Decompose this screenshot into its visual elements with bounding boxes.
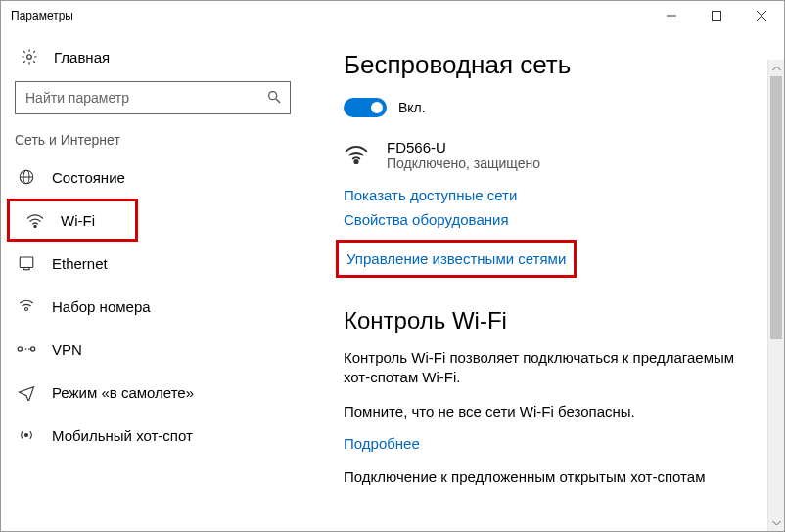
link-show-networks[interactable]: Показать доступные сети	[344, 187, 757, 203]
sidebar: Главная Найти параметр Сеть и Интернет С…	[1, 30, 304, 531]
sidebar-item-label: VPN	[52, 341, 82, 358]
hotspot-icon	[15, 426, 38, 444]
wifi-icon	[23, 212, 47, 228]
sidebar-item-airplane[interactable]: Режим «в самолете»	[1, 371, 304, 414]
svg-point-15	[31, 347, 35, 351]
window-controls	[649, 1, 784, 30]
search-icon	[266, 89, 282, 108]
sidebar-home[interactable]: Главная	[1, 42, 304, 77]
sidebar-item-hotspot[interactable]: Мобильный хот-спот	[1, 414, 304, 457]
sidebar-item-label: Режим «в самолете»	[52, 384, 194, 401]
wifi-toggle-label: Вкл.	[398, 100, 426, 115]
svg-rect-1	[713, 12, 721, 21]
svg-point-17	[25, 434, 28, 437]
minimize-button[interactable]	[649, 1, 694, 30]
link-hardware-props[interactable]: Свойства оборудования	[344, 211, 757, 228]
wifi-control-text-2: Помните, что не все сети Wi-Fi безопасны…	[344, 402, 757, 421]
titlebar: Параметры	[1, 1, 784, 30]
link-learn-more[interactable]: Подробнее	[344, 435, 757, 452]
maximize-button[interactable]	[694, 1, 739, 30]
network-status: Подключено, защищено	[387, 155, 540, 171]
sidebar-item-status[interactable]: Состояние	[1, 155, 304, 199]
sidebar-item-vpn[interactable]: VPN	[1, 328, 304, 371]
ethernet-icon	[15, 254, 38, 272]
sidebar-item-wifi[interactable]: Wi-Fi	[7, 199, 138, 242]
wifi-signal-icon	[344, 143, 373, 167]
current-network[interactable]: FD566-U Подключено, защищено	[344, 139, 757, 171]
sidebar-home-label: Главная	[54, 49, 110, 66]
link-manage-known-highlight: Управление известными сетями	[336, 240, 577, 278]
wifi-toggle[interactable]	[344, 98, 387, 117]
search-input[interactable]: Найти параметр	[15, 81, 291, 114]
scroll-down-button[interactable]	[768, 514, 784, 531]
link-manage-known[interactable]: Управление известными сетями	[346, 250, 566, 267]
svg-point-18	[354, 160, 357, 163]
main-pane: Беспроводная сеть Вкл. FD566-U Подключен…	[304, 30, 784, 531]
sidebar-item-ethernet[interactable]: Ethernet	[1, 242, 304, 285]
svg-point-13	[25, 308, 28, 311]
search-placeholder: Найти параметр	[25, 90, 129, 106]
svg-rect-11	[20, 257, 33, 268]
sidebar-item-label: Набор номера	[52, 298, 151, 315]
wifi-control-text-1: Контроль Wi-Fi позволяет подключаться к …	[344, 348, 757, 388]
scroll-thumb[interactable]	[770, 76, 782, 339]
sidebar-section-label: Сеть и Интернет	[1, 132, 304, 155]
vpn-icon	[15, 342, 38, 356]
close-button[interactable]	[739, 1, 784, 30]
scroll-track[interactable]	[768, 76, 784, 514]
dialup-icon	[15, 297, 38, 315]
gear-icon	[19, 48, 40, 66]
window-title: Параметры	[11, 9, 73, 22]
svg-point-14	[18, 347, 22, 351]
svg-point-4	[27, 55, 32, 60]
sidebar-item-label: Мобильный хот-спот	[52, 427, 193, 444]
scroll-up-button[interactable]	[768, 60, 784, 76]
svg-point-10	[34, 225, 36, 227]
svg-point-5	[269, 91, 277, 99]
sidebar-item-label: Состояние	[52, 169, 125, 186]
svg-line-6	[276, 99, 280, 103]
wifi-control-title: Контроль Wi-Fi	[344, 307, 757, 334]
svg-rect-12	[23, 268, 29, 270]
network-name: FD566-U	[387, 139, 540, 155]
airplane-icon	[15, 383, 38, 401]
sidebar-item-dialup[interactable]: Набор номера	[1, 285, 304, 328]
scrollbar[interactable]	[767, 60, 784, 531]
page-title: Беспроводная сеть	[344, 50, 757, 80]
sidebar-item-label: Ethernet	[52, 255, 108, 272]
sidebar-item-label: Wi-Fi	[61, 212, 95, 229]
wifi-control-text-3: Подключение к предложенным открытым хот-…	[344, 467, 757, 487]
globe-icon	[15, 168, 38, 186]
